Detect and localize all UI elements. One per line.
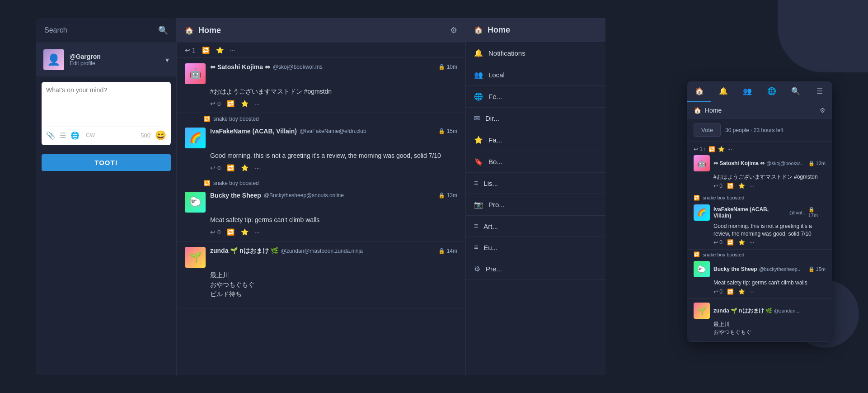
fp-more-action[interactable]: ···: [750, 289, 754, 295]
fp-more-action[interactable]: ···: [750, 239, 754, 246]
sidebar-item-federated[interactable]: 🌐 Fe...: [466, 86, 605, 108]
fp-boost-action[interactable]: 🔁: [727, 289, 734, 295]
nav-header-title: Home: [488, 25, 510, 35]
sidebar-item-label: Pro...: [488, 201, 505, 208]
post-item: 🤖 ⇔ Satoshi Kojima ⇔ @skoj@bookwor.ms 🔒 …: [177, 58, 465, 113]
sidebar-item-favourites[interactable]: ⭐ Fa...: [466, 129, 605, 151]
post-author-line: ⇔ Satoshi Kojima ⇔ @skoj@bookwor.ms 🔒 10…: [210, 63, 457, 71]
sidebar-item-label: Notifications: [488, 49, 525, 57]
post-content: Good morning. this is not a greeting it'…: [210, 151, 457, 161]
fp-boost-action[interactable]: 🔁: [727, 239, 734, 246]
more-action[interactable]: ···: [230, 47, 235, 54]
fp-more-action[interactable]: ···: [750, 183, 754, 189]
compose-textarea[interactable]: [46, 86, 166, 123]
profile-username: @Gargron: [70, 53, 160, 60]
fp-post-actions: ↩ 0 🔁 ⭐ ···: [713, 289, 826, 295]
post-actions: ↩ 0 🔁 ⭐ ···: [210, 228, 457, 236]
sidebar-item-preferences[interactable]: ⚙ Pre...: [466, 258, 605, 280]
fp-post-author: zunda 🌱 nはおまけ 🌿: [713, 307, 772, 315]
fp-post-author: IvaFakeName (ACAB, Villain): [713, 206, 788, 219]
fp-post-item: 🌱 zunda 🌱 nはおまけ 🌿 @zundan... 最上川おやつもぐもぐ: [687, 299, 832, 342]
vote-bar: Vote 30 people · 23 hours left: [687, 119, 832, 142]
chevron-down-icon[interactable]: ▾: [165, 56, 169, 64]
vote-button[interactable]: Vote: [694, 123, 721, 137]
post-item: 🐑 Bucky the Sheep @Buckythesheep@snouts.…: [177, 186, 465, 241]
fp-post-time: 🔒 15m: [808, 266, 826, 272]
fp-tab-home[interactable]: 🏠: [687, 81, 711, 102]
sidebar-item-label: Eu...: [483, 244, 497, 251]
fp-more-small-icon: ···: [727, 146, 732, 152]
boost-action[interactable]: 🔁: [202, 47, 210, 54]
fp-post-content: 最上川おやつもぐもぐ: [713, 321, 826, 336]
sidebar-item-artisanal[interactable]: ≡ Art...: [466, 216, 605, 237]
settings-icon[interactable]: ⚙: [450, 25, 457, 35]
sidebar-item-local[interactable]: 👥 Local: [466, 64, 605, 86]
boost-action[interactable]: 🔁: [227, 228, 235, 236]
fp-reply-action[interactable]: ↩ 0: [713, 239, 723, 246]
globe-icon[interactable]: 🌐: [70, 131, 80, 140]
list-nav-icon: ≡: [474, 179, 478, 187]
favourite-action[interactable]: ⭐: [241, 100, 249, 107]
sidebar-item-profile[interactable]: 📷 Pro...: [466, 194, 605, 216]
emoji-icon[interactable]: 😄: [155, 130, 166, 141]
fp-post-header: 🤖 ⇔ Satoshi Kojima ⇔ @skoj@bookw... 🔒 12…: [694, 155, 826, 171]
fp-fav-action[interactable]: ⭐: [738, 239, 745, 246]
boost-action[interactable]: 🔁: [227, 100, 235, 107]
fp-settings-icon[interactable]: ⚙: [820, 107, 826, 114]
list3-icon: ≡: [474, 243, 478, 251]
attachment-icon[interactable]: 📎: [46, 131, 55, 140]
favourite-action[interactable]: ⭐: [216, 47, 224, 54]
fp-home-icon: 🏠: [694, 107, 701, 114]
fp-tab-globe[interactable]: 🌐: [760, 81, 784, 102]
profile-edit-label[interactable]: Edit profile: [70, 60, 160, 66]
middle-column: 🏠 Home ⚙ ↩ 1 🔁 ⭐ ··· 🤖 ⇔ Satoshi Kojim: [176, 18, 465, 375]
post-handle: @Buckythesheep@snouts.online: [264, 192, 344, 199]
favourite-action[interactable]: ⭐: [241, 164, 249, 171]
fp-post-actions: ↩ 0 🔁 ⭐ ···: [713, 239, 826, 246]
globe-nav-icon: 🌐: [474, 92, 483, 101]
sidebar-item-notifications[interactable]: 🔔 Notifications: [466, 43, 605, 64]
more-action[interactable]: ···: [255, 100, 260, 107]
post-time: 🔒 15m: [438, 128, 457, 134]
toot-button[interactable]: TOOT!: [42, 154, 171, 171]
boost-action[interactable]: 🔁: [227, 164, 235, 171]
fp-post-item: ↩ 1+ 🔁 ⭐ ··· 🤖 ⇔ Satoshi Kojima ⇔ @skoj@…: [687, 142, 832, 193]
sidebar-item-direct[interactable]: ✉ Dir...: [466, 108, 605, 129]
reply-action[interactable]: ↩ 0: [210, 164, 221, 171]
sidebar-item-label: Pre...: [486, 265, 502, 273]
post-content: 最上川おやつもぐもぐビルド待ち: [210, 270, 457, 299]
more-action[interactable]: ···: [255, 165, 260, 171]
sidebar-item-lists[interactable]: ≡ Lis...: [466, 173, 605, 194]
sidebar-item-bookmarks[interactable]: 🔖 Bo...: [466, 151, 605, 173]
fp-header-title: Home: [705, 107, 816, 114]
bookmark-icon: 🔖: [474, 157, 483, 166]
fp-reply-action[interactable]: ↩ 0: [713, 289, 723, 295]
post-avatar: 🌱: [185, 247, 206, 268]
fp-fav-action[interactable]: ⭐: [738, 183, 745, 189]
fp-tab-community[interactable]: 👥: [736, 81, 760, 102]
fp-reply-action[interactable]: ↩ 0: [713, 183, 723, 189]
post-handle: @skoj@bookwor.ms: [273, 64, 323, 70]
search-input[interactable]: [44, 26, 158, 34]
fp-fav-action[interactable]: ⭐: [738, 289, 745, 295]
posts-list: 🤖 ⇔ Satoshi Kojima ⇔ @skoj@bookwor.ms 🔒 …: [177, 58, 465, 375]
middle-column-title: Home: [198, 26, 446, 35]
fp-boost-action[interactable]: 🔁: [727, 183, 734, 189]
fp-tab-notifications[interactable]: 🔔: [711, 81, 735, 102]
reply-action[interactable]: ↩ 0: [210, 100, 221, 107]
list2-icon: ≡: [474, 222, 478, 230]
list-icon[interactable]: ☰: [60, 131, 66, 140]
boost-by-label: snake boy boosted: [213, 116, 259, 122]
fp-tab-search[interactable]: 🔍: [784, 81, 807, 102]
post-handle: @IvaFakeName@efdn.club: [300, 128, 366, 134]
reply-action[interactable]: ↩ 1: [185, 47, 196, 54]
favourite-action[interactable]: ⭐: [241, 228, 249, 236]
boost-indicator: 🔁 snake boy boosted: [177, 177, 465, 186]
cw-label[interactable]: CW: [86, 132, 95, 138]
fp-tab-menu[interactable]: ☰: [808, 81, 832, 102]
sidebar-item-europe[interactable]: ≡ Eu...: [466, 237, 605, 258]
fp-boost-by: snake boy boosted: [703, 195, 744, 200]
more-action[interactable]: ···: [255, 229, 260, 236]
vote-info: 30 people · 23 hours left: [725, 127, 784, 133]
reply-action[interactable]: ↩ 0: [210, 228, 221, 236]
